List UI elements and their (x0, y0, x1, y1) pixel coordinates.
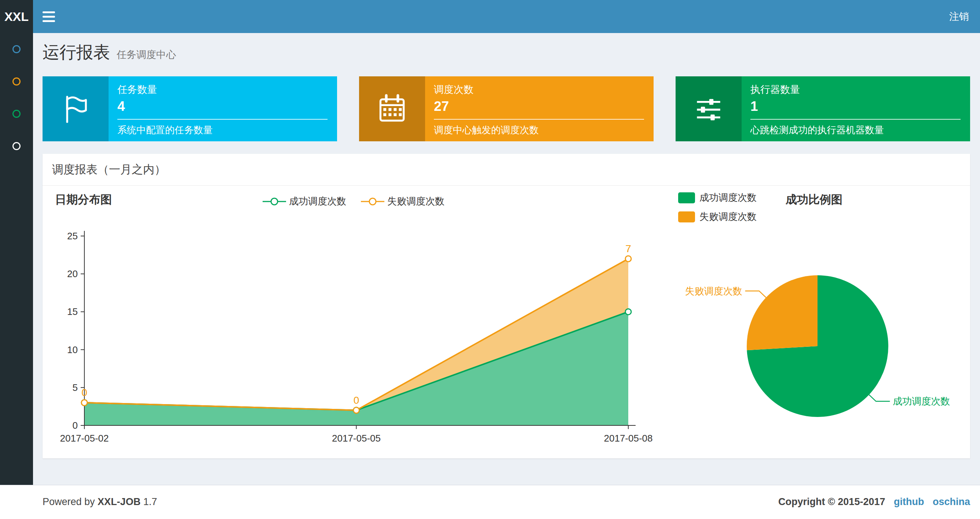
svg-text:失败调度次数: 失败调度次数 (685, 286, 742, 297)
info-box-title: 执行器数量 (750, 83, 961, 96)
sidebar-item-4[interactable] (0, 130, 33, 162)
svg-text:25: 25 (67, 230, 78, 241)
info-box-description: 心跳检测成功的执行器机器数量 (750, 124, 961, 137)
svg-text:7: 7 (625, 243, 631, 254)
hamburger-icon (43, 16, 55, 18)
hamburger-icon (43, 20, 55, 22)
report-panel: 调度报表（一月之内） 日期分布图 成功调度次数 失败调度次数 051015202… (43, 154, 970, 458)
product-version: 1.7 (143, 496, 158, 507)
legend-label: 成功调度次数 (699, 191, 757, 204)
line-chart-legend: 成功调度次数 失败调度次数 (262, 195, 444, 208)
legend-label: 失败调度次数 (699, 210, 757, 223)
footer: Powered by XXL-JOB 1.7 Copyright © 2015-… (0, 485, 980, 519)
line-legend-item[interactable]: 成功调度次数 (262, 195, 346, 208)
divider (750, 119, 961, 120)
legend-line-marker-icon (262, 197, 286, 206)
sidebar-item-2[interactable] (0, 65, 33, 97)
powered-by: Powered by XXL-JOB 1.7 (43, 485, 157, 518)
svg-text:5: 5 (73, 382, 78, 393)
svg-text:成功调度次数: 成功调度次数 (893, 396, 950, 407)
menu-circle-icon (13, 77, 21, 86)
info-box-value: 4 (118, 99, 328, 114)
info-box-title: 调度次数 (434, 83, 644, 96)
sliders-icon (676, 76, 741, 141)
svg-text:20: 20 (67, 268, 78, 279)
info-box-value: 1 (750, 99, 961, 114)
svg-text:0: 0 (73, 420, 78, 431)
hamburger-icon (43, 11, 55, 13)
menu-circle-icon (13, 45, 21, 53)
svg-text:2017-05-02: 2017-05-02 (60, 433, 109, 444)
sidebar-item-1[interactable] (0, 33, 33, 65)
navbar: XXL 注销 (0, 0, 980, 33)
sidebar-item-3[interactable] (0, 97, 33, 130)
svg-text:0: 0 (353, 394, 360, 406)
svg-text:10: 10 (67, 344, 78, 355)
product-name: XXL-JOB (97, 496, 140, 507)
info-box-description: 调度中心触发的调度次数 (434, 124, 644, 137)
calendar-icon (359, 76, 425, 141)
pie-legend-swatch (678, 211, 695, 222)
page-subtitle: 任务调度中心 (117, 48, 176, 61)
page-header: 运行报表 任务调度中心 (43, 41, 176, 64)
date-distribution-area-chart: 05101520252017-05-022017-05-052017-05-08… (43, 220, 684, 455)
menu-circle-icon (13, 142, 21, 150)
legend-label: 成功调度次数 (289, 195, 346, 208)
info-box-value: 27 (434, 99, 644, 114)
app-logo-text: XXL (5, 10, 29, 24)
svg-text:0: 0 (81, 387, 87, 398)
success-ratio-pie-chart: 成功调度次数失败调度次数 (666, 242, 970, 455)
sidebar (0, 33, 33, 485)
pie-legend-swatch (678, 192, 695, 203)
panel-title: 调度报表（一月之内） (52, 163, 166, 176)
line-chart-title: 日期分布图 (55, 192, 112, 208)
page-title: 运行报表 (43, 41, 110, 64)
menu-circle-icon (13, 110, 21, 118)
info-box: 执行器数量 1 心跳检测成功的执行器机器数量 (676, 76, 970, 141)
panel-header: 调度报表（一月之内） (43, 154, 970, 186)
divider (434, 119, 644, 120)
info-box-description: 系统中配置的任务数量 (118, 124, 328, 137)
github-link[interactable]: github (894, 496, 924, 507)
pie-chart-title: 成功比例图 (786, 192, 842, 208)
oschina-link[interactable]: oschina (933, 496, 970, 507)
info-box: 调度次数 27 调度中心触发的调度次数 (359, 76, 654, 141)
copyright: Copyright © 2015-2017 github oschina (778, 485, 970, 518)
svg-text:2017-05-05: 2017-05-05 (332, 433, 381, 444)
info-box-title: 任务数量 (118, 83, 328, 96)
legend-line-marker-icon (361, 197, 384, 206)
info-box: 任务数量 4 系统中配置的任务数量 (43, 76, 337, 141)
app-logo[interactable]: XXL (0, 0, 33, 33)
sidebar-toggle-button[interactable] (33, 0, 65, 33)
pie-chart-legend: 成功调度次数 失败调度次数 (678, 191, 757, 229)
svg-text:15: 15 (67, 306, 78, 317)
divider (118, 119, 328, 120)
pie-legend-item[interactable]: 失败调度次数 (678, 210, 757, 223)
copyright-text: Copyright © 2015-2017 (778, 496, 885, 507)
pie-legend-item[interactable]: 成功调度次数 (678, 191, 757, 204)
flag-icon (43, 76, 108, 141)
legend-label: 失败调度次数 (387, 195, 444, 208)
svg-text:2017-05-08: 2017-05-08 (604, 433, 653, 444)
logout-link[interactable]: 注销 (938, 0, 980, 33)
line-legend-item[interactable]: 失败调度次数 (361, 195, 444, 208)
